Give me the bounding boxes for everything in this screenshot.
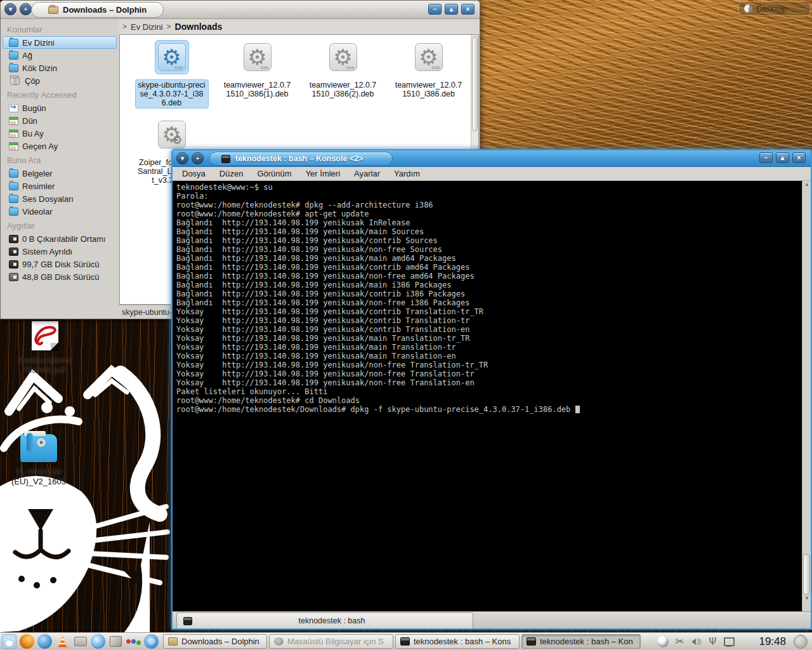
plasma-toolbox[interactable]: Desktop — [738, 1, 811, 16]
maximize-button[interactable]: ▲ — [445, 4, 458, 15]
breadcrumb-item[interactable]: Ev Dizini — [131, 22, 163, 32]
sidebar-item-a-[interactable]: Ağ — [3, 49, 117, 62]
system-settings-icon[interactable] — [144, 634, 159, 649]
vlc-icon[interactable] — [55, 634, 70, 649]
window-menu-button[interactable]: ▾ — [176, 152, 188, 164]
places-section-title: Aygıtlar — [1, 218, 119, 232]
file-icon-frame: ⚙Deb — [412, 40, 446, 74]
terminal-line: root@www:/home/teknodestek# apt-get upda… — [176, 209, 809, 218]
sidebar-item-99-7-gb-disk-s-r-c-[interactable]: 99,7 GB Disk Sürücü — [3, 258, 117, 270]
gear-glyph-small: ⚙ — [172, 133, 182, 147]
file-manager-icon[interactable] — [73, 634, 88, 649]
session-tab[interactable]: teknodestek : bash — [176, 613, 473, 628]
breadcrumb-item[interactable]: Downloads — [175, 22, 223, 32]
scroll-down-arrow-icon[interactable]: ▼ — [802, 595, 811, 602]
sidebar-item-bu-ay[interactable]: Bu Ay — [3, 127, 117, 140]
menu-yer-i-mleri[interactable]: Yer İmleri — [299, 169, 347, 178]
dolphin-title-tab[interactable]: Downloads – Dolphin — [31, 2, 164, 18]
sidebar-item-0-b-kar-labilir-ortam-[interactable]: 0 B Çıkarılabilir Ortamı — [3, 232, 117, 245]
terminal-scrollbar[interactable]: ▲ ▼ — [802, 181, 811, 611]
folder-images-icon — [9, 182, 18, 190]
breadcrumb[interactable]: >Ev Dizini>Downloads — [119, 19, 480, 34]
menu-d-zen[interactable]: Düzen — [213, 169, 251, 178]
terminal-line: Paket listeleri okunuyor... Bitti — [176, 387, 809, 396]
file-item[interactable]: ⚙Debteamviewer_12.0.71510_i386.deb — [390, 40, 468, 100]
firefox-icon[interactable] — [20, 634, 34, 649]
close-button[interactable]: × — [461, 4, 475, 15]
terminal-line: Yoksay http://193.140.98.199 yenikusak/m… — [176, 352, 809, 361]
scrollbar-thumb[interactable] — [803, 554, 810, 595]
sidebar-item-ge-en-ay[interactable]: Geçen Ay — [3, 140, 117, 152]
calendar-icon — [9, 117, 18, 125]
image-app-icon[interactable] — [108, 634, 123, 649]
sidebar-item-d-n[interactable]: Dün — [3, 114, 117, 127]
pardus-menu-icon[interactable] — [2, 634, 16, 649]
close-button[interactable]: × — [792, 152, 806, 163]
taskbar-task[interactable]: Downloads – Dolphin — [163, 634, 267, 649]
terminal-line: Yoksay http://193.140.98.199 yenikusak/c… — [176, 325, 809, 334]
network-icon[interactable] — [723, 636, 735, 647]
terminal-line: root@www:/home/teknodestek# dpkg --add-a… — [176, 201, 809, 209]
sidebar-item-videolar[interactable]: Videolar — [3, 205, 117, 218]
window-menu-button[interactable]: ▾ — [4, 3, 16, 15]
sidebar-item-sistem-ayr-ld-[interactable]: Sistem Ayrıldı — [3, 245, 117, 258]
sidebar-item-bug-n[interactable]: Bugün — [3, 102, 117, 114]
clock[interactable]: 19:48 — [756, 635, 789, 648]
tray-expand-icon[interactable] — [740, 636, 751, 647]
sidebar-item--p[interactable]: Çöp — [3, 74, 117, 87]
taskbar: Downloads – DolphinMasaüstü Bilgisayar i… — [0, 632, 812, 650]
thunderbird-icon[interactable] — [37, 634, 52, 649]
konsole-title-tab[interactable]: teknodestek : bash – Konsole <2> — [209, 152, 393, 166]
minimize-button[interactable]: – — [759, 152, 773, 163]
folder-documents-icon — [9, 169, 18, 178]
desktop: Pardus İşletim Sistemi.pdf TL-WN823N (EU… — [0, 0, 812, 650]
calendar-icon — [9, 129, 18, 138]
menu-g-r-n-m[interactable]: Görünüm — [250, 169, 298, 178]
terminal-output[interactable]: teknodestek@www:~$ suParola:root@www:/ho… — [173, 181, 811, 611]
usb-device-icon[interactable] — [707, 636, 718, 647]
file-name: teamviewer_12.0.71510_i386(1).deb — [221, 79, 294, 100]
taskbar-task[interactable]: Masaüstü Bilgisayar için S — [269, 634, 393, 649]
terminal-line: Bağlandı http://193.140.98.199 yenikusak… — [176, 263, 809, 272]
menu-yard-m[interactable]: Yardım — [387, 169, 427, 178]
taskbar-task[interactable]: teknodestek : bash – Kons — [395, 634, 520, 649]
desktop-icon-tl-folder[interactable]: TL-WN823N (EU)_V2_1603 — [1, 434, 76, 486]
wolf-icon[interactable] — [657, 636, 669, 647]
web-browser-icon[interactable] — [91, 634, 105, 649]
desktop-icon-label: Pardus İşletim Sistemi.pdf — [5, 355, 84, 375]
minimize-button[interactable]: – — [428, 4, 442, 15]
scrollbar-thumb[interactable] — [472, 36, 478, 131]
new-tab-button[interactable]: + — [192, 152, 204, 164]
file-item[interactable]: ⚙Debteamviewer_12.0.71510_i386(1).deb — [218, 40, 297, 100]
file-item[interactable]: ⚙Debskype-ubuntu-precise_4.3.0.37-1_i386… — [133, 40, 211, 109]
dolphin-titlebar[interactable]: ▾ + Downloads – Dolphin – ▲ × — [1, 1, 480, 19]
clipboard-scissors-icon[interactable] — [674, 636, 685, 647]
task-label: Downloads – Dolphin — [181, 637, 259, 646]
maximize-button[interactable]: ▲ — [776, 152, 789, 163]
scroll-up-arrow-icon[interactable]: ▲ — [802, 181, 811, 189]
sidebar-item-ev-dizini[interactable]: Ev Dizini — [3, 36, 117, 49]
sidebar-item-k-k-dizin[interactable]: Kök Dizin — [3, 62, 117, 74]
gear-glyph: ⚙ — [419, 46, 438, 68]
tiger-mural — [0, 362, 173, 632]
task-label: Masaüstü Bilgisayar için S — [287, 637, 384, 646]
terminal-line: Yoksay http://193.140.98.199 yenikusak/c… — [176, 316, 809, 325]
konsole-titlebar[interactable]: ▾ + teknodestek : bash – Konsole <2> – ▲… — [173, 150, 811, 167]
menu-ayarlar[interactable]: Ayarlar — [347, 169, 387, 178]
menu-dosya[interactable]: Dosya — [175, 169, 213, 178]
color-dots-icon[interactable] — [126, 634, 141, 649]
sidebar-item-belgeler[interactable]: Belgeler — [3, 167, 117, 180]
deb-badge: Deb — [432, 65, 440, 70]
taskbar-task[interactable]: teknodestek : bash – Kon — [521, 634, 641, 649]
terminal-line: Bağlandı http://193.140.98.199 yenikusak… — [176, 289, 809, 298]
show-desktop-icon[interactable] — [794, 635, 808, 649]
sidebar-item-48-8-gb-disk-s-r-c-[interactable]: 48,8 GB Disk Sürücü — [3, 270, 117, 283]
sidebar-item-ses-dosyalar-[interactable]: Ses Dosyaları — [3, 192, 117, 205]
file-item[interactable]: ⚙Debteamviewer_12.0.71510_i386(2).deb — [304, 40, 383, 100]
folder-icon — [48, 6, 58, 14]
new-tab-button[interactable]: + — [20, 3, 32, 15]
terminal-line: Yoksay http://193.140.98.199 yenikusak/c… — [176, 307, 809, 316]
volume-icon[interactable] — [690, 636, 702, 647]
desktop-icon-pardus-pdf[interactable]: Pardus İşletim Sistemi.pdf — [5, 321, 84, 375]
sidebar-item-resimler[interactable]: Resimler — [3, 180, 117, 192]
